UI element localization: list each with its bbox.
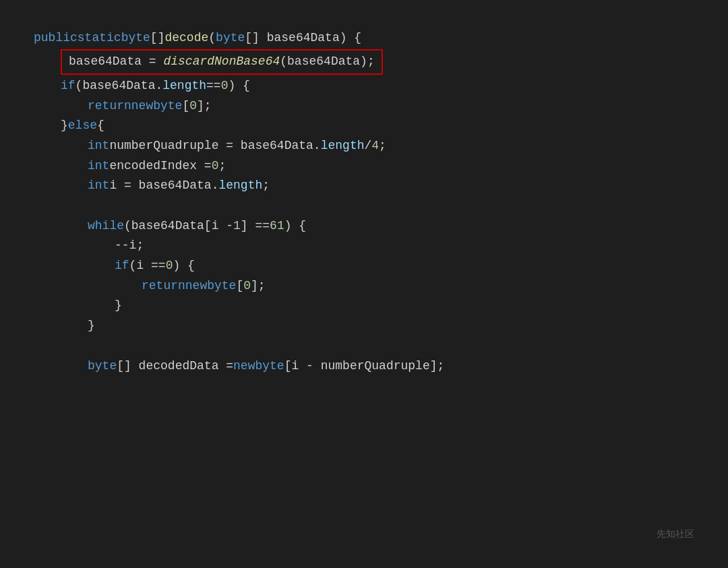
code-line-line6: int numberQuadruple = base64Data.length …	[34, 136, 694, 156]
code-line-line5: } else {	[34, 116, 694, 136]
code-line-line2: base64Data = discardNonBase64(base64Data…	[34, 48, 694, 76]
code-block: public static byte[] decode(byte[] base6…	[34, 28, 694, 377]
code-line-line3: if (base64Data.length == 0) {	[34, 76, 694, 96]
code-line-line9	[34, 196, 694, 216]
code-line-line12: if (i == 0) {	[34, 256, 694, 276]
code-line-line15: }	[34, 316, 694, 336]
code-container: public static byte[] decode(byte[] base6…	[13, 15, 715, 554]
code-line-line11: --i;	[34, 236, 694, 256]
code-line-line14: }	[34, 296, 694, 316]
code-line-line13: return new byte[0];	[34, 276, 694, 296]
code-line-line4: return new byte[0];	[34, 96, 694, 117]
code-line-line10: while(base64Data[i - 1] == 61) {	[34, 216, 694, 236]
code-line-line1: public static byte[] decode(byte[] base6…	[34, 28, 694, 49]
watermark: 先知社区	[657, 528, 694, 540]
code-line-line17: byte[] decodedData = new byte[i - number…	[34, 356, 694, 377]
code-line-line8: int i = base64Data.length;	[34, 176, 694, 196]
code-line-line7: int encodedIndex = 0;	[34, 156, 694, 177]
code-line-line16	[34, 336, 694, 356]
